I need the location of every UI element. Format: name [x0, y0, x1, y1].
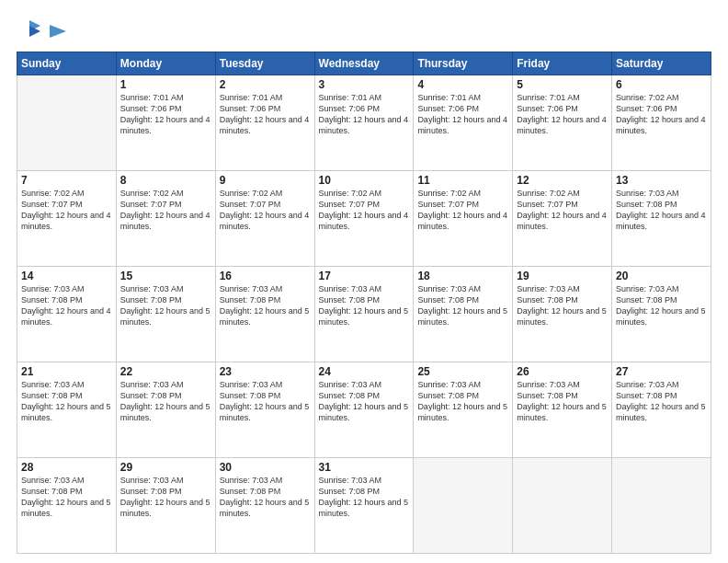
sun-info: Sunrise: 7:02 AMSunset: 7:07 PMDaylight:… — [319, 188, 410, 233]
day-number: 1 — [120, 78, 211, 91]
calendar-cell: 16Sunrise: 7:03 AMSunset: 7:08 PMDayligh… — [215, 267, 314, 362]
day-number: 15 — [120, 270, 211, 282]
week-row-1: 1Sunrise: 7:01 AMSunset: 7:06 PMDaylight… — [17, 75, 711, 171]
calendar-cell: 2Sunrise: 7:01 AMSunset: 7:06 PMDaylight… — [215, 75, 314, 171]
calendar-cell — [513, 458, 612, 554]
day-of-week-thursday: Thursday — [414, 52, 513, 75]
calendar-cell: 22Sunrise: 7:03 AMSunset: 7:08 PMDayligh… — [116, 362, 215, 458]
day-number: 26 — [517, 365, 608, 378]
calendar-body: 1Sunrise: 7:01 AMSunset: 7:06 PMDaylight… — [17, 75, 711, 554]
calendar-cell: 21Sunrise: 7:03 AMSunset: 7:08 PMDayligh… — [17, 362, 117, 458]
calendar-cell: 29Sunrise: 7:03 AMSunset: 7:08 PMDayligh… — [116, 458, 215, 554]
calendar-cell: 15Sunrise: 7:03 AMSunset: 7:08 PMDayligh… — [116, 267, 215, 362]
calendar-cell: 28Sunrise: 7:03 AMSunset: 7:08 PMDayligh… — [17, 458, 117, 554]
day-number: 21 — [21, 365, 112, 378]
day-of-week-tuesday: Tuesday — [215, 52, 314, 75]
sun-info: Sunrise: 7:01 AMSunset: 7:06 PMDaylight:… — [120, 92, 211, 137]
calendar-cell — [414, 458, 513, 554]
sun-info: Sunrise: 7:03 AMSunset: 7:08 PMDaylight:… — [21, 475, 112, 520]
calendar-cell: 8Sunrise: 7:02 AMSunset: 7:07 PMDaylight… — [116, 171, 215, 267]
sun-info: Sunrise: 7:03 AMSunset: 7:08 PMDaylight:… — [319, 475, 410, 520]
calendar-cell: 9Sunrise: 7:02 AMSunset: 7:07 PMDaylight… — [215, 171, 314, 267]
day-number: 4 — [417, 78, 508, 91]
day-number: 22 — [120, 365, 211, 378]
day-number: 9 — [220, 174, 311, 187]
day-number: 13 — [616, 174, 707, 187]
sun-info: Sunrise: 7:02 AMSunset: 7:07 PMDaylight:… — [120, 188, 211, 233]
day-number: 29 — [120, 461, 211, 474]
day-number: 2 — [220, 78, 311, 91]
day-number: 19 — [517, 270, 608, 282]
sun-info: Sunrise: 7:03 AMSunset: 7:08 PMDaylight:… — [21, 379, 112, 424]
sun-info: Sunrise: 7:03 AMSunset: 7:08 PMDaylight:… — [220, 283, 311, 328]
sun-info: Sunrise: 7:02 AMSunset: 7:07 PMDaylight:… — [517, 188, 608, 233]
sun-info: Sunrise: 7:01 AMSunset: 7:06 PMDaylight:… — [517, 92, 608, 137]
calendar-cell: 31Sunrise: 7:03 AMSunset: 7:08 PMDayligh… — [314, 458, 414, 554]
sun-info: Sunrise: 7:03 AMSunset: 7:08 PMDaylight:… — [517, 379, 608, 424]
sun-info: Sunrise: 7:02 AMSunset: 7:07 PMDaylight:… — [417, 188, 508, 233]
calendar-cell: 7Sunrise: 7:02 AMSunset: 7:07 PMDaylight… — [17, 171, 117, 267]
day-number: 31 — [319, 461, 410, 474]
calendar-cell: 11Sunrise: 7:02 AMSunset: 7:07 PMDayligh… — [414, 171, 513, 267]
sun-info: Sunrise: 7:03 AMSunset: 7:08 PMDaylight:… — [220, 475, 311, 520]
day-number: 3 — [319, 78, 410, 91]
day-number: 5 — [517, 78, 608, 91]
day-number: 17 — [319, 270, 410, 282]
day-of-week-header-row: SundayMondayTuesdayWednesdayThursdayFrid… — [17, 52, 711, 75]
week-row-3: 14Sunrise: 7:03 AMSunset: 7:08 PMDayligh… — [17, 267, 711, 362]
day-number: 20 — [616, 270, 707, 282]
calendar-cell: 12Sunrise: 7:02 AMSunset: 7:07 PMDayligh… — [513, 171, 612, 267]
day-number: 18 — [417, 270, 508, 282]
sun-info: Sunrise: 7:03 AMSunset: 7:08 PMDaylight:… — [120, 283, 211, 328]
day-number: 11 — [417, 174, 508, 187]
calendar-cell: 27Sunrise: 7:03 AMSunset: 7:08 PMDayligh… — [612, 362, 711, 458]
calendar-cell: 24Sunrise: 7:03 AMSunset: 7:08 PMDayligh… — [314, 362, 414, 458]
day-of-week-monday: Monday — [116, 52, 215, 75]
day-number: 10 — [319, 174, 410, 187]
day-number: 25 — [417, 365, 508, 378]
day-number: 16 — [220, 270, 311, 282]
calendar-table: SundayMondayTuesdayWednesdayThursdayFrid… — [17, 52, 711, 554]
logo-text — [46, 23, 68, 36]
calendar-cell: 25Sunrise: 7:03 AMSunset: 7:08 PMDayligh… — [414, 362, 513, 458]
calendar-cell: 10Sunrise: 7:02 AMSunset: 7:07 PMDayligh… — [314, 171, 414, 267]
calendar-cell: 19Sunrise: 7:03 AMSunset: 7:08 PMDayligh… — [513, 267, 612, 362]
day-number: 7 — [21, 174, 112, 187]
calendar-cell: 18Sunrise: 7:03 AMSunset: 7:08 PMDayligh… — [414, 267, 513, 362]
day-number: 30 — [220, 461, 311, 474]
calendar-cell: 17Sunrise: 7:03 AMSunset: 7:08 PMDayligh… — [314, 267, 414, 362]
sun-info: Sunrise: 7:03 AMSunset: 7:08 PMDaylight:… — [616, 283, 707, 328]
page: SundayMondayTuesdayWednesdayThursdayFrid… — [0, 0, 728, 563]
sun-info: Sunrise: 7:02 AMSunset: 7:07 PMDaylight:… — [21, 188, 112, 233]
logo — [17, 17, 68, 42]
sun-info: Sunrise: 7:03 AMSunset: 7:08 PMDaylight:… — [120, 379, 211, 424]
header — [17, 17, 711, 42]
calendar-cell — [17, 75, 117, 171]
day-number: 12 — [517, 174, 608, 187]
day-number: 24 — [319, 365, 410, 378]
logo-icon — [17, 17, 42, 42]
day-number: 6 — [616, 78, 707, 91]
sun-info: Sunrise: 7:03 AMSunset: 7:08 PMDaylight:… — [616, 188, 707, 233]
sun-info: Sunrise: 7:03 AMSunset: 7:08 PMDaylight:… — [616, 379, 707, 424]
sun-info: Sunrise: 7:01 AMSunset: 7:06 PMDaylight:… — [417, 92, 508, 137]
sun-info: Sunrise: 7:01 AMSunset: 7:06 PMDaylight:… — [220, 92, 311, 137]
sun-info: Sunrise: 7:02 AMSunset: 7:07 PMDaylight:… — [220, 188, 311, 233]
day-of-week-wednesday: Wednesday — [314, 52, 414, 75]
svg-marker-3 — [50, 25, 66, 38]
day-number: 27 — [616, 365, 707, 378]
day-of-week-sunday: Sunday — [17, 52, 117, 75]
calendar-cell — [612, 458, 711, 554]
sun-info: Sunrise: 7:03 AMSunset: 7:08 PMDaylight:… — [319, 283, 410, 328]
sun-info: Sunrise: 7:03 AMSunset: 7:08 PMDaylight:… — [417, 379, 508, 424]
day-number: 8 — [120, 174, 211, 187]
week-row-4: 21Sunrise: 7:03 AMSunset: 7:08 PMDayligh… — [17, 362, 711, 458]
sun-info: Sunrise: 7:01 AMSunset: 7:06 PMDaylight:… — [319, 92, 410, 137]
calendar-cell: 4Sunrise: 7:01 AMSunset: 7:06 PMDaylight… — [414, 75, 513, 171]
week-row-5: 28Sunrise: 7:03 AMSunset: 7:08 PMDayligh… — [17, 458, 711, 554]
sun-info: Sunrise: 7:03 AMSunset: 7:08 PMDaylight:… — [220, 379, 311, 424]
calendar-cell: 14Sunrise: 7:03 AMSunset: 7:08 PMDayligh… — [17, 267, 117, 362]
sun-info: Sunrise: 7:02 AMSunset: 7:06 PMDaylight:… — [616, 92, 707, 137]
calendar-cell: 5Sunrise: 7:01 AMSunset: 7:06 PMDaylight… — [513, 75, 612, 171]
calendar-cell: 3Sunrise: 7:01 AMSunset: 7:06 PMDaylight… — [314, 75, 414, 171]
